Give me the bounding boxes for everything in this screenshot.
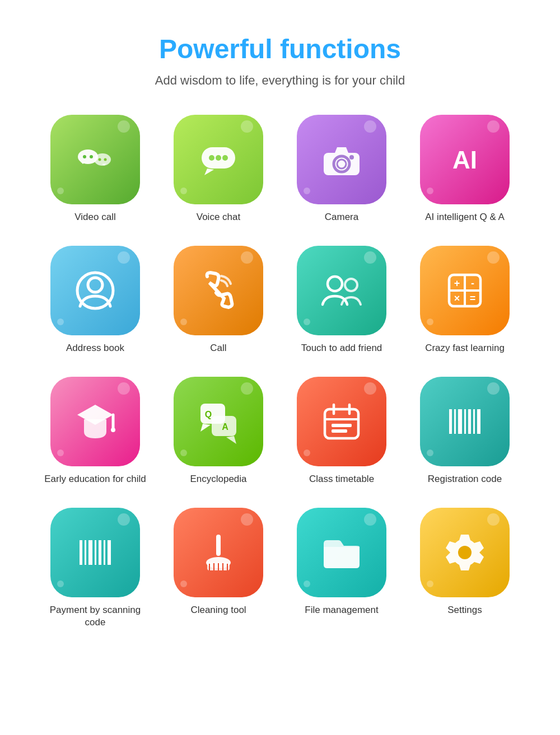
feature-item-voice-chat[interactable]: Voice chat <box>162 115 274 223</box>
svg-text:+: + <box>454 278 460 289</box>
svg-text:Q: Q <box>205 410 212 419</box>
feature-item-video-call[interactable]: Video call <box>39 115 151 223</box>
feature-label-voice-chat: Voice chat <box>197 211 240 223</box>
svg-marker-9 <box>204 168 214 175</box>
icon-circle-early-education <box>50 377 140 466</box>
icon-circle-encyclopedia: Q A <box>174 377 263 466</box>
svg-text:-: - <box>471 278 474 289</box>
icon-circle-call <box>174 246 263 335</box>
svg-rect-53 <box>88 540 92 565</box>
svg-rect-57 <box>108 540 111 565</box>
svg-marker-33 <box>200 424 211 432</box>
svg-rect-48 <box>468 409 471 434</box>
svg-rect-58 <box>216 535 221 556</box>
feature-label-video-call: Video call <box>74 211 115 223</box>
svg-point-16 <box>349 155 354 160</box>
calendar-icon <box>319 399 364 444</box>
svg-rect-45 <box>454 409 456 434</box>
svg-rect-41 <box>332 429 347 433</box>
feature-item-encyclopedia[interactable]: Q A Encyclopedia <box>162 377 274 485</box>
feature-item-ai-qa[interactable]: AI AI intelligent Q & A <box>409 115 521 223</box>
barcode2-icon <box>73 530 118 575</box>
feature-label-add-friend: Touch to add friend <box>301 342 382 354</box>
features-grid: Video call Voice chat Camera AI AI intel… <box>39 115 521 629</box>
feature-item-settings[interactable]: Settings <box>409 508 521 629</box>
icon-circle-payment-scan <box>50 508 140 597</box>
page-title: Powerful functions <box>159 34 401 64</box>
svg-rect-47 <box>464 409 466 434</box>
svg-point-19 <box>88 278 102 292</box>
svg-point-12 <box>222 155 228 161</box>
icon-circle-fast-learning: + - × = <box>420 246 510 335</box>
qa-icon: Q A <box>196 399 241 444</box>
svg-point-2 <box>83 155 86 158</box>
feature-item-registration-code[interactable]: Registration code <box>409 377 521 485</box>
ai-icon: AI <box>442 137 487 182</box>
broom-icon <box>196 530 241 575</box>
svg-text:AI: AI <box>452 146 477 174</box>
feature-label-file-management: File management <box>305 604 378 616</box>
feature-item-early-education[interactable]: Early education for child <box>39 377 151 485</box>
feature-label-address-book: Address book <box>66 342 124 354</box>
icon-circle-file-management <box>297 508 386 597</box>
friends-icon <box>319 268 364 313</box>
feature-label-fast-learning: Crazy fast learning <box>425 342 505 354</box>
chat-dots-icon <box>196 137 241 182</box>
feature-item-class-timetable[interactable]: Class timetable <box>286 377 398 485</box>
feature-item-fast-learning[interactable]: + - × = Crazy fast learning <box>409 246 521 354</box>
feature-label-camera: Camera <box>325 211 358 223</box>
feature-label-ai-qa: AI intelligent Q & A <box>425 211 505 223</box>
svg-rect-40 <box>332 424 352 427</box>
folder-icon <box>319 530 364 575</box>
svg-point-3 <box>90 155 93 158</box>
svg-point-11 <box>216 155 221 161</box>
svg-text:=: = <box>470 293 476 304</box>
gear-icon <box>442 530 487 575</box>
feature-item-payment-scan[interactable]: Payment by scanning code <box>39 508 151 629</box>
feature-item-add-friend[interactable]: Touch to add friend <box>286 246 398 354</box>
svg-point-5 <box>104 158 107 161</box>
icon-circle-cleaning-tool <box>174 508 263 597</box>
feature-label-early-education: Early education for child <box>44 473 146 485</box>
svg-rect-54 <box>95 540 96 565</box>
feature-item-file-management[interactable]: File management <box>286 508 398 629</box>
svg-text:×: × <box>454 293 460 304</box>
svg-rect-56 <box>104 540 105 565</box>
svg-rect-51 <box>80 540 82 565</box>
svg-point-31 <box>111 428 115 432</box>
icon-circle-camera <box>297 115 386 204</box>
svg-point-4 <box>99 158 101 161</box>
feature-item-cleaning-tool[interactable]: Cleaning tool <box>162 508 274 629</box>
svg-rect-49 <box>473 409 475 434</box>
icon-circle-add-friend <box>297 246 386 335</box>
icon-circle-address-book <box>50 246 140 335</box>
svg-point-1 <box>94 153 111 166</box>
calculator-icon: + - × = <box>442 268 487 313</box>
svg-point-20 <box>328 277 342 291</box>
feature-item-call[interactable]: Call <box>162 246 274 354</box>
icon-circle-ai-qa: AI <box>420 115 510 204</box>
person-circle-icon <box>73 268 118 313</box>
svg-point-21 <box>345 279 357 291</box>
feature-item-address-book[interactable]: Address book <box>39 246 151 354</box>
icon-circle-registration-code <box>420 377 510 466</box>
graduation-icon <box>73 399 118 444</box>
feature-label-cleaning-tool: Cleaning tool <box>190 604 246 616</box>
feature-label-encyclopedia: Encyclopedia <box>190 473 246 485</box>
svg-marker-35 <box>226 436 236 444</box>
feature-label-settings: Settings <box>447 604 482 616</box>
svg-rect-52 <box>85 540 86 565</box>
svg-rect-55 <box>99 540 101 565</box>
icon-circle-video-call <box>50 115 140 204</box>
svg-rect-44 <box>449 409 452 434</box>
svg-rect-50 <box>477 409 480 434</box>
wechat-icon <box>73 137 118 182</box>
feature-label-class-timetable: Class timetable <box>309 473 374 485</box>
svg-text:A: A <box>222 422 228 432</box>
icon-circle-voice-chat <box>174 115 263 204</box>
icon-circle-settings <box>420 508 510 597</box>
feature-label-registration-code: Registration code <box>428 473 502 485</box>
feature-label-call: Call <box>210 342 226 354</box>
feature-item-camera[interactable]: Camera <box>286 115 398 223</box>
feature-label-payment-scan: Payment by scanning code <box>39 604 151 629</box>
